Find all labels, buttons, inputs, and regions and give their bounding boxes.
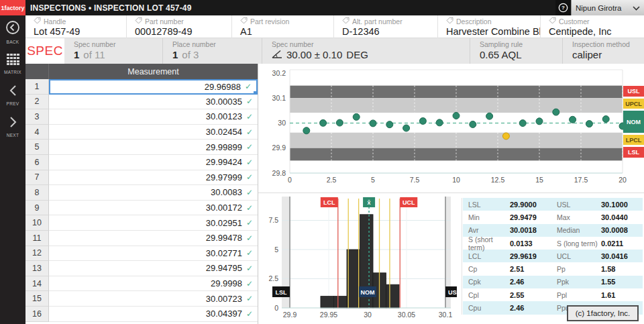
row-number[interactable]: 8	[25, 185, 49, 201]
help-icon[interactable]: ?	[555, 0, 571, 15]
stat-value: 1.61	[601, 291, 641, 299]
data-point-out-of-control	[502, 133, 509, 140]
stat-value: 2.46	[510, 304, 553, 312]
sidebar-item-prev[interactable]: PREV	[0, 80, 25, 110]
data-point	[519, 120, 526, 127]
measurement-cell[interactable]: 30.00035✓	[49, 95, 258, 110]
sidebar-item-matrix[interactable]: MATRIX	[0, 49, 25, 78]
stat-value: 0.0133	[510, 239, 553, 248]
measurement-cell[interactable]: 29.94795✓	[49, 261, 258, 276]
data-point	[403, 125, 410, 131]
data-point	[320, 119, 327, 126]
row-number[interactable]: 12	[25, 246, 49, 262]
measurement-cell[interactable]: 30.02771✓	[49, 246, 258, 262]
spec-field-number: 1	[172, 49, 178, 60]
row-number[interactable]: 6	[25, 155, 49, 170]
row-number[interactable]: 14	[25, 276, 49, 292]
stat-value: 1.55	[601, 278, 641, 286]
spec-field-value: 1of 3	[172, 49, 262, 60]
stat-value: 1.58	[601, 265, 641, 273]
user-menu[interactable]: ? Nipun Girotra	[555, 0, 644, 15]
row-number[interactable]: 1	[25, 79, 49, 95]
check-icon: ✓	[245, 82, 252, 91]
measurement-value: 29.99478	[206, 233, 242, 243]
measurement-column-header: Measurement	[49, 64, 258, 79]
zone-label-upcl: UPCL	[623, 99, 644, 109]
check-icon: ✓	[246, 218, 253, 227]
field-label: Description	[456, 17, 492, 25]
spec-field[interactable]: Spec number30.00 ± 0.10DEG	[262, 38, 470, 64]
mean-label-text: x̄	[368, 199, 371, 206]
zone-label-lpcl: LPCL	[623, 135, 644, 145]
x-tick-label: 12.5	[491, 176, 505, 184]
stat-value: 0.0211	[601, 239, 641, 248]
svg-text:?: ?	[561, 5, 565, 11]
stat-label: Cpl	[463, 291, 510, 299]
spec-field-value: 30.00 ± 0.10DEG	[272, 49, 470, 60]
tag-icon	[549, 17, 556, 25]
data-point	[370, 120, 376, 127]
measurement-cell[interactable]: 30.02951✓	[49, 215, 258, 231]
ucl-label-text: UCL	[402, 199, 415, 206]
measurement-cell[interactable]: 30.00123✓	[49, 109, 258, 125]
histogram-bar	[321, 296, 334, 308]
measurement-value: 29.97999	[206, 172, 242, 182]
measurement-cell[interactable]: 30.00172✓	[49, 201, 258, 216]
row-number[interactable]: 15	[25, 291, 49, 307]
spec-field[interactable]: Inspection methodcaliper	[562, 38, 644, 64]
measurement-cell[interactable]: 29.9998✓	[49, 276, 258, 292]
row-number[interactable]: 2	[25, 95, 49, 110]
field-label: Alt. part number	[352, 17, 402, 25]
row-number[interactable]: 5	[25, 140, 49, 155]
spec-field[interactable]: Sampling rule0.65 AQL	[470, 38, 562, 64]
stat-label: Ppl	[553, 291, 601, 299]
prev-icon	[9, 85, 17, 99]
table-row: 1429.9998✓	[25, 276, 258, 292]
app-logo[interactable]: 1factory	[0, 0, 25, 15]
spec-field-text: 30.00 ± 0.10	[286, 49, 342, 60]
measurement-cell[interactable]: 30.02454✓	[49, 125, 258, 140]
check-icon: ✓	[246, 294, 253, 303]
stat-label: Max	[553, 213, 601, 221]
measurement-cell[interactable]: 29.99424✓	[49, 155, 258, 170]
row-number[interactable]: 13	[25, 261, 49, 276]
sidebar-item-next[interactable]: NEXT	[0, 112, 25, 142]
row-number[interactable]: 7	[25, 170, 49, 186]
measurement-value: 30.00172	[206, 203, 242, 213]
table-row: 1530.00723✓	[25, 291, 258, 307]
row-number[interactable]: 3	[25, 109, 49, 125]
nom-label-text: NOM	[361, 289, 375, 296]
row-number[interactable]: 11	[25, 231, 49, 246]
spec-field[interactable]: Spec number1of 11	[64, 38, 162, 64]
data-point	[303, 127, 310, 134]
spec-field-value: caliper	[572, 49, 644, 60]
field-label-row: Part revision	[240, 17, 333, 25]
field-label: Customer	[559, 17, 590, 25]
measurement-cell[interactable]: 29.99478✓	[49, 231, 258, 246]
stat-label: USL	[553, 201, 601, 209]
measurement-cell[interactable]: 29.99899✓	[49, 140, 258, 155]
row-number[interactable]: 16	[25, 307, 49, 322]
row-number[interactable]: 10	[25, 215, 49, 231]
measurement-cell[interactable]: 30.0083✓	[49, 185, 258, 201]
data-point	[453, 113, 460, 119]
row-number[interactable]: 4	[25, 125, 49, 140]
data-point	[419, 117, 426, 124]
table-row: 729.97999✓	[25, 170, 258, 186]
sidebar-item-back[interactable]: BACK	[0, 17, 25, 47]
table-row: 1030.02951✓	[25, 215, 258, 231]
measurement-cell[interactable]: 30.04397✓	[49, 307, 258, 322]
y-tick-label: 2.5	[268, 274, 278, 282]
spec-field[interactable]: Place number1of 3	[162, 38, 262, 64]
tab-spec[interactable]: SPEC	[25, 38, 64, 64]
row-number[interactable]: 9	[25, 201, 49, 216]
data-point	[470, 121, 476, 127]
measurement-cell[interactable]: 29.96988✓	[49, 79, 258, 95]
measurement-cell[interactable]: 29.97999✓	[49, 170, 258, 186]
usl-label-text: USL	[448, 289, 457, 296]
user-name-dropdown[interactable]: Nipun Girotra	[571, 0, 644, 15]
spec-field-value: 0.65 AQL	[480, 49, 562, 60]
x-tick-label: 10	[452, 176, 460, 184]
measurement-cell[interactable]: 30.00723✓	[49, 291, 258, 307]
field-label: Part revision	[250, 17, 289, 25]
